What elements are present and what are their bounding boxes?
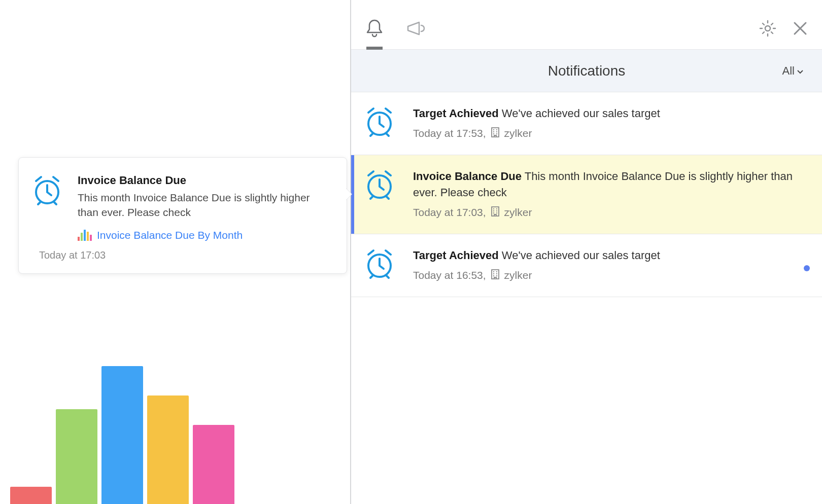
notification-org: zylker	[504, 206, 532, 219]
detail-description: This month Invoice Balance Due is slight…	[78, 190, 326, 220]
bar-chart	[10, 332, 340, 504]
alarm-clock-icon	[363, 247, 396, 282]
svg-point-1	[765, 26, 770, 31]
notification-meta: Today at 17:53,zylker	[413, 127, 804, 140]
chart-bar	[147, 395, 189, 504]
detail-title: Invoice Balance Due	[78, 174, 326, 187]
notification-timestamp: Today at 17:53,	[413, 127, 486, 139]
building-icon	[490, 206, 500, 220]
notification-text: Target Achieved We've achieved our sales…	[413, 105, 804, 122]
chart-bar	[101, 366, 143, 504]
chart-bar	[10, 487, 52, 504]
bell-icon	[365, 18, 384, 41]
notification-meta: Today at 16:53,zylker	[413, 269, 804, 282]
building-icon	[490, 127, 500, 140]
detail-timestamp: Today at 17:03	[19, 249, 347, 273]
panel-tabbar	[351, 0, 822, 50]
notification-text: Invoice Balance Due This month Invoice B…	[413, 168, 804, 201]
notification-detail-card: Invoice Balance Due This month Invoice B…	[18, 157, 347, 274]
detail-report-link-label: Invoice Balance Due By Month	[97, 229, 243, 241]
chart-pane: Invoice Balance Due This month Invoice B…	[0, 0, 350, 504]
megaphone-icon	[406, 19, 426, 40]
close-button[interactable]	[793, 21, 808, 38]
notification-timestamp: Today at 17:03,	[413, 206, 486, 219]
bar-chart-icon	[78, 230, 92, 241]
building-icon	[490, 269, 500, 282]
unread-indicator	[804, 265, 810, 271]
notification-list: Target Achieved We've achieved our sales…	[351, 92, 822, 504]
chart-bar	[56, 409, 97, 504]
notification-meta: Today at 17:03,zylker	[413, 206, 804, 220]
notification-item[interactable]: Target Achieved We've achieved our sales…	[351, 234, 822, 297]
filter-dropdown[interactable]: All	[782, 64, 804, 78]
panel-title: Notifications	[548, 63, 626, 79]
chevron-down-icon	[797, 64, 804, 78]
chart-bar	[193, 425, 234, 504]
settings-button[interactable]	[759, 20, 776, 39]
detail-report-link[interactable]: Invoice Balance Due By Month	[78, 229, 326, 241]
tab-notifications[interactable]	[365, 18, 384, 41]
alarm-clock-icon	[31, 174, 63, 241]
panel-header: Notifications All	[351, 50, 822, 92]
notifications-panel: Notifications All Target Achieved We've …	[350, 0, 822, 504]
notification-item[interactable]: Target Achieved We've achieved our sales…	[351, 92, 822, 155]
alarm-clock-icon	[363, 168, 396, 220]
filter-label: All	[782, 64, 795, 78]
close-icon	[793, 21, 808, 38]
gear-icon	[759, 20, 776, 39]
notification-org: zylker	[504, 269, 532, 281]
notification-item[interactable]: Invoice Balance Due This month Invoice B…	[351, 155, 822, 234]
notification-timestamp: Today at 16:53,	[413, 269, 486, 281]
notification-text: Target Achieved We've achieved our sales…	[413, 247, 804, 264]
alarm-clock-icon	[363, 105, 396, 140]
tab-announcements[interactable]	[406, 19, 426, 40]
app-root: Invoice Balance Due This month Invoice B…	[0, 0, 822, 504]
notification-org: zylker	[504, 127, 532, 139]
